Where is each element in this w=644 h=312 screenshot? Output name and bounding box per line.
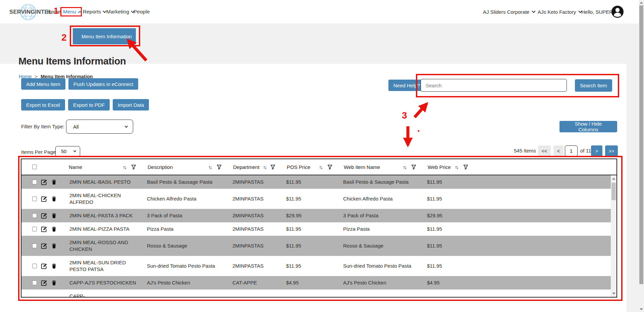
column-header-name: Name ↑↓ <box>66 159 145 175</box>
delete-icon[interactable] <box>51 179 57 185</box>
filter-funnel-icon[interactable] <box>270 165 275 170</box>
item-type-select[interactable]: All <box>66 120 133 134</box>
filter-funnel-icon[interactable] <box>131 165 136 170</box>
filter-by-item-type-label: Filter By Item Type: <box>21 124 64 129</box>
row-checkbox[interactable] <box>32 280 37 285</box>
import-data-button[interactable]: Import Data <box>113 99 149 110</box>
menu-items-table: Name ↑↓ Description ↑↓ Departm <box>21 159 617 298</box>
row-checkbox[interactable] <box>32 227 37 231</box>
prev-page-button[interactable]: < <box>553 145 564 157</box>
window-scrollbar[interactable] <box>639 0 644 312</box>
row-actions <box>21 276 66 289</box>
row-actions <box>21 175 66 189</box>
breadcrumb-home-link[interactable]: Home <box>19 74 32 79</box>
cell-name: CAPP-AJ'SASIANBEEFSKEWERS <box>66 289 145 298</box>
sort-icon[interactable]: ↑↓ <box>123 164 127 170</box>
toolbar-primary: Add Menu Item Push Updates in eConnect <box>21 78 138 90</box>
filter-funnel-icon[interactable] <box>327 165 332 170</box>
sort-icon[interactable]: ↑↓ <box>319 164 323 170</box>
table-scrollbar[interactable] <box>611 175 616 297</box>
sort-icon[interactable]: ↑↓ <box>263 164 267 170</box>
cell-web-price: $11.95 <box>425 225 477 233</box>
delete-icon[interactable] <box>51 213 57 219</box>
user-avatar-icon[interactable] <box>611 5 624 18</box>
delete-icon[interactable] <box>51 196 57 202</box>
table-header-row: Name ↑↓ Description ↑↓ Departm <box>21 159 616 175</box>
scroll-up-icon[interactable] <box>640 2 643 4</box>
sort-icon[interactable]: ↑↓ <box>403 164 407 170</box>
edit-icon[interactable] <box>41 213 47 219</box>
row-checkbox[interactable] <box>32 213 37 218</box>
filter-funnel-icon[interactable] <box>217 165 222 170</box>
nav-item-people[interactable]: People <box>133 0 150 24</box>
filter-funnel-icon[interactable] <box>411 165 416 170</box>
store-selector-corporate[interactable]: AJ Sliders Corporate <box>483 0 535 24</box>
cell-pos-price: $11.95 <box>284 178 341 186</box>
column-header-filler <box>477 159 616 175</box>
page-count-label: of 11 <box>580 148 591 153</box>
scroll-down-icon[interactable] <box>640 308 643 310</box>
table-scrollbar-thumb[interactable] <box>611 183 616 200</box>
edit-icon[interactable] <box>41 280 47 286</box>
row-checkbox[interactable] <box>32 180 37 184</box>
window-scrollbar-thumb[interactable] <box>639 5 643 284</box>
edit-icon[interactable] <box>41 263 47 269</box>
next-page-button[interactable]: > <box>591 145 602 157</box>
select-all-checkbox[interactable] <box>32 165 37 169</box>
export-pdf-button[interactable]: Export to PDF <box>68 99 110 110</box>
dropdown-menu-item-information[interactable]: Menu Item Information <box>73 28 136 44</box>
row-checkbox[interactable] <box>32 243 37 248</box>
delete-icon[interactable] <box>51 280 57 286</box>
scroll-up-icon[interactable] <box>612 178 615 180</box>
cell-web-price: $6.95 <box>425 296 477 298</box>
cell-web-item-name: AJ's Asian Beef Skewers <box>341 296 425 298</box>
items-per-page-select[interactable]: 50 <box>55 146 80 157</box>
delete-icon[interactable] <box>51 226 57 232</box>
sort-icon[interactable]: ↑↓ <box>455 164 459 170</box>
cell-description: AJ's Asian Beef Skewers <box>145 296 230 298</box>
total-items-count: 545 Items <box>514 148 536 153</box>
cell-name: 2MIN MEAL-PASTA 3 PACK <box>66 209 145 222</box>
nav-item-reports[interactable]: Reports <box>83 0 106 24</box>
store-selector-location[interactable]: AJs Keto Factory <box>538 0 582 24</box>
chevron-up-icon <box>78 11 82 14</box>
cell-web-item-name: Rosso & Sausage <box>341 242 425 250</box>
cell-name: 2MIN MEAL-SUN DRIED PESTO PATSA <box>66 256 145 276</box>
delete-icon[interactable] <box>51 297 57 298</box>
nav-item-marketing[interactable]: Marketing <box>106 0 134 24</box>
delete-icon[interactable] <box>51 263 57 269</box>
cell-web-price: $11.95 <box>425 178 477 186</box>
last-page-button[interactable]: >> <box>605 145 618 157</box>
add-menu-item-button[interactable]: Add Menu Item <box>21 78 65 90</box>
cell-description: Chicken Alfredo Pasta <box>145 195 230 203</box>
row-actions <box>21 189 66 209</box>
row-actions <box>21 209 66 222</box>
edit-icon[interactable] <box>41 243 47 249</box>
sort-icon[interactable]: ↑↓ <box>208 164 212 170</box>
edit-icon[interactable] <box>41 297 47 298</box>
cell-department: 2MINPASTAS <box>230 262 284 270</box>
scroll-down-icon[interactable] <box>612 293 615 295</box>
edit-icon[interactable] <box>41 226 47 232</box>
cell-web-price: $4.95 <box>425 279 477 287</box>
row-checkbox[interactable] <box>32 264 37 268</box>
push-updates-button[interactable]: Push Updates in eConnect <box>68 78 138 90</box>
export-excel-button[interactable]: Export to Excel <box>21 99 65 110</box>
edit-icon[interactable] <box>41 179 47 185</box>
cell-department: CAT-APPE <box>230 279 284 287</box>
table-row: 2MIN MEAL-SUN DRIED PESTO PATSA Sun-drie… <box>21 256 616 276</box>
show-hide-columns-button[interactable]: Show / Hide Columns <box>559 121 617 132</box>
cell-web-item-name: Pizza Pasta <box>341 225 425 233</box>
first-page-button[interactable]: << <box>538 145 551 157</box>
edit-icon[interactable] <box>41 196 47 202</box>
delete-icon[interactable] <box>51 243 57 249</box>
row-actions <box>21 222 66 236</box>
row-checkbox[interactable] <box>32 196 37 201</box>
row-checkbox[interactable] <box>32 297 37 298</box>
filter-funnel-icon[interactable] <box>463 165 468 170</box>
cell-description: 3 Pack of Pasta <box>145 212 230 220</box>
nav-item-menu[interactable]: Menu <box>63 0 81 24</box>
page-number-input[interactable] <box>565 145 578 157</box>
user-greeting: Hello, SUPER <box>581 0 613 24</box>
brand-name: SERVINGINTEL <box>9 9 52 15</box>
